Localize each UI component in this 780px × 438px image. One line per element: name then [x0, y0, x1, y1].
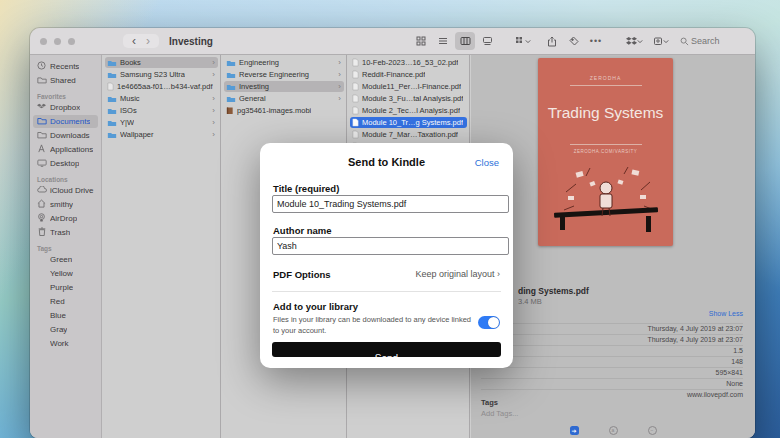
- toolbar: ‹ › Investing: [30, 28, 755, 55]
- applications-icon: [36, 144, 47, 155]
- file-row-module3[interactable]: Module 3_Fu…tal Analysis.pdf: [350, 93, 467, 104]
- library-toggle[interactable]: [478, 316, 500, 329]
- file-row-wallpaper[interactable]: Wallpaper›: [105, 129, 218, 140]
- sidebar-item-icloud-drive[interactable]: iCloud Drive: [33, 184, 98, 197]
- meta-modified: Thursday, 4 July 2019 at 23:07: [481, 334, 743, 345]
- clock-icon: [36, 61, 47, 72]
- sidebar-item-shared[interactable]: Shared: [33, 74, 98, 87]
- file-row-books[interactable]: Books›: [105, 57, 218, 68]
- sidebar-tag-yellow[interactable]: Yellow: [33, 267, 98, 280]
- file-row-general[interactable]: General›: [224, 93, 344, 104]
- group-by-button[interactable]: [513, 32, 533, 50]
- library-description: Files in your library can be downloaded …: [273, 315, 473, 336]
- author-field-input[interactable]: [272, 237, 509, 255]
- dropbox-dropdown-button[interactable]: [624, 32, 644, 50]
- pdf-file-icon: [107, 82, 114, 91]
- close-dialog-button[interactable]: Close: [475, 157, 499, 168]
- file-row-module11[interactable]: Module11_Per…l-Finance.pdf: [350, 81, 467, 92]
- sidebar-tag-work[interactable]: Work: [33, 337, 98, 350]
- file-row-reddit-finance[interactable]: Reddit-Finance.pdf: [350, 69, 467, 80]
- share-button[interactable]: [542, 32, 562, 50]
- chevron-down-icon: [637, 39, 643, 44]
- search-icon: [680, 37, 689, 46]
- file-row-reverse-engineering[interactable]: Reverse Engineering›: [224, 69, 344, 80]
- file-row-yjw[interactable]: Y|W›: [105, 117, 218, 128]
- minimize-window-button[interactable]: [54, 38, 61, 45]
- sidebar-item-airdrop[interactable]: AirDrop: [33, 212, 98, 225]
- sidebar-item-applications[interactable]: Applications: [33, 143, 98, 156]
- book-cover-preview: ZERODHA Trading Systems ZERODHA.COM/VARS…: [538, 58, 673, 246]
- sidebar-tag-gray[interactable]: Gray: [33, 323, 98, 336]
- chevron-right-icon: ›: [338, 94, 342, 103]
- back-icon[interactable]: ‹: [127, 35, 141, 47]
- file-row-isos[interactable]: ISOs›: [105, 105, 218, 116]
- file-row-10feb[interactable]: 10-Feb-2023…16_53_02.pdf: [350, 57, 467, 68]
- file-row-module7[interactable]: Module 7_Mar…Taxation.pdf: [350, 129, 467, 140]
- folder-icon: [107, 119, 117, 127]
- icon-view-button[interactable]: [411, 32, 431, 50]
- meta-dimensions: 595×841: [481, 367, 743, 378]
- column-view-button[interactable]: [455, 32, 475, 50]
- send-button[interactable]: Send: [272, 342, 501, 357]
- file-row-mobi[interactable]: pg35461-images.mobi: [224, 105, 344, 116]
- gallery-view-button[interactable]: [477, 32, 497, 50]
- chevron-down-icon: [525, 39, 531, 44]
- close-window-button[interactable]: [40, 38, 47, 45]
- send-to-kindle-dialog: Send to Kindle Close Title (required) Au…: [260, 143, 513, 368]
- cover-site: ZERODHA.COM/VARSITY: [538, 149, 673, 154]
- file-row-samsung[interactable]: Samsung S23 Ultra›: [105, 69, 218, 80]
- file-row-music[interactable]: Music›: [105, 93, 218, 104]
- folder-icon: [36, 117, 47, 127]
- list-view-button[interactable]: [433, 32, 453, 50]
- home-icon: [36, 199, 47, 210]
- tags-button[interactable]: [564, 32, 584, 50]
- chevron-right-icon: ›: [212, 70, 216, 79]
- chevron-right-icon: ›: [212, 130, 216, 139]
- sidebar-tag-red[interactable]: Red: [33, 295, 98, 308]
- tags-heading: Tags: [481, 398, 498, 407]
- book-file-icon: [226, 106, 234, 115]
- annotate-icon[interactable]: a: [609, 426, 618, 435]
- share-icon: [547, 36, 557, 47]
- chevron-right-icon: ›: [212, 106, 216, 115]
- extension-dropdown-button[interactable]: [651, 32, 671, 50]
- tag-icon: [569, 36, 579, 46]
- file-row-module2[interactable]: Module 2_Tec…l Analysis.pdf: [350, 105, 467, 116]
- show-less-link[interactable]: Show Less: [709, 310, 743, 317]
- search-field[interactable]: [680, 35, 745, 47]
- sidebar-tag-green[interactable]: Green: [33, 253, 98, 266]
- file-row-engineering[interactable]: Engineering›: [224, 57, 344, 68]
- file-row-pdf1[interactable]: 1e4665aa-f01…b434-vaf.pdf: [105, 81, 218, 92]
- sidebar-item-desktop[interactable]: Desktop: [33, 157, 98, 170]
- more-actions-button[interactable]: •••: [586, 32, 606, 50]
- pdf-file-icon: [352, 82, 359, 91]
- remove-icon[interactable]: −: [648, 426, 657, 435]
- author-field-label: Author name: [273, 225, 332, 236]
- file-row-investing[interactable]: Investing›: [224, 81, 344, 92]
- add-tags-field[interactable]: Add Tags...: [481, 409, 518, 418]
- shared-folder-icon: [36, 76, 47, 86]
- sidebar-item-trash[interactable]: Trash: [33, 226, 98, 239]
- sidebar-tag-blue[interactable]: Blue: [33, 309, 98, 322]
- sidebar-section-locations: Locations: [37, 176, 101, 183]
- sidebar-item-downloads[interactable]: Downloads: [33, 129, 98, 142]
- markup-icon[interactable]: ➔: [570, 426, 579, 435]
- pdf-options-selector[interactable]: Keep original layout ›: [415, 269, 500, 279]
- file-row-module10-selected[interactable]: Module 10_Tr…g Systems.pdf: [350, 117, 467, 128]
- sidebar-tag-purple[interactable]: Purple: [33, 281, 98, 294]
- chevron-right-icon: ›: [338, 70, 342, 79]
- chevron-right-icon: ›: [338, 58, 342, 67]
- chevron-right-icon: ›: [212, 118, 216, 127]
- sidebar-item-recents[interactable]: Recents: [33, 60, 98, 73]
- sidebar-item-dropbox[interactable]: Dropbox: [33, 101, 98, 114]
- zoom-window-button[interactable]: [68, 38, 75, 45]
- search-input[interactable]: [689, 35, 745, 47]
- preview-filename: ding Systems.pdf: [518, 286, 589, 296]
- sidebar-item-documents[interactable]: Documents: [33, 115, 98, 128]
- chevron-right-icon: ›: [212, 94, 216, 103]
- sidebar-section-tags: Tags: [37, 245, 101, 252]
- forward-icon[interactable]: ›: [141, 35, 155, 47]
- title-field-input[interactable]: [272, 195, 509, 213]
- pdf-file-icon: [352, 58, 359, 67]
- sidebar-item-smithy[interactable]: smithy: [33, 198, 98, 211]
